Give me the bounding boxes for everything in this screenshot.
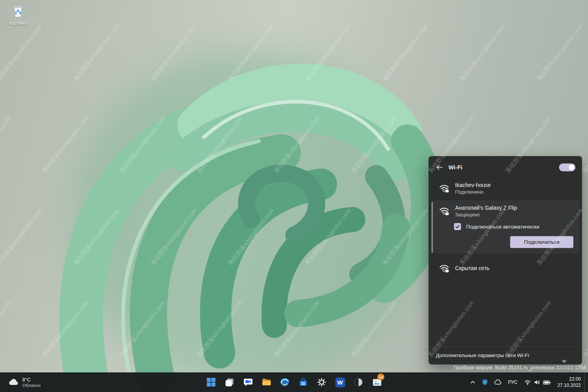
checkmark-icon [455,224,460,229]
battery-icon [543,378,551,386]
network-status: Подключено [455,189,491,195]
tray-overflow-button[interactable] [467,374,478,390]
scrollbar-thumb[interactable] [432,202,433,253]
windows-logo-icon [207,377,216,387]
contrast-icon [354,377,363,387]
tray-time: 22:00 [557,376,581,382]
wifi-secured-icon [439,263,449,273]
system-tray: РУС 22:00 27.10.2022 [467,372,586,392]
recycle-bin-label: Корзина [5,20,31,26]
store-icon [299,377,308,387]
network-galaxy-z-flip[interactable]: Анатолий's Galaxy Z Flip Защищено Подклю… [431,200,580,254]
wifi-flyout: Wi-Fi tkachev-house Подключено [428,156,582,365]
start-button[interactable] [203,374,219,391]
edge-button[interactable] [277,374,293,391]
auto-connect-checkbox[interactable] [454,223,461,230]
back-button[interactable] [433,161,446,174]
file-explorer-icon [261,378,271,387]
gear-icon [317,377,327,387]
file-explorer-button[interactable] [259,374,274,391]
recycle-bin[interactable]: Корзина [5,4,31,26]
task-view-icon [225,377,234,387]
auto-connect-label: Подключаться автоматически [466,224,539,230]
weather-temperature: 8°C [22,377,41,383]
weather-condition: Облачно [22,383,41,388]
network-name: Анатолий's Galaxy Z Flip [455,205,517,211]
clock[interactable]: 22:00 27.10.2022 [554,376,583,388]
taskbar: 8°C Облачно [0,372,588,392]
quick-settings-button[interactable] [521,374,554,390]
watermark-w: w [563,358,566,364]
auto-connect-row[interactable]: Подключаться автоматически [431,221,580,232]
task-view-button[interactable] [222,374,238,391]
notification-badge: 14 [377,374,385,380]
connect-button-row: Подключиться [431,232,580,250]
onedrive-button[interactable] [492,374,504,390]
security-shield-icon [481,379,488,386]
network-list: tkachev-house Подключено [429,178,582,347]
wifi-title: Wi-Fi [448,164,462,171]
chat-button[interactable] [240,374,256,391]
onedrive-cloud-icon [494,379,502,385]
settings-button[interactable] [314,374,330,391]
wifi-tray-icon [524,378,532,386]
network-name: tkachev-house [455,182,491,188]
screenshot-tool-button[interactable]: 14 [369,374,385,391]
language-indicator[interactable]: РУС [505,374,521,390]
toggle-knob [569,165,574,170]
windows-security-button[interactable] [479,374,491,390]
word-icon: W [335,377,345,387]
back-arrow-icon [436,163,443,171]
wifi-flyout-header: Wi-Fi [429,156,582,178]
build-watermark: Пробная версия. Build 25231.rs_prereleas… [454,365,586,370]
network-galaxy-z-flip-header[interactable]: Анатолий's Galaxy Z Flip Защищено [431,200,580,221]
wifi-secured-icon [439,206,449,216]
chevron-up-icon [470,379,476,385]
widgets-weather-button[interactable]: 8°C Облачно [4,372,45,392]
tray-date: 27.10.2022 [557,382,581,388]
edge-icon [280,377,290,387]
network-status: Защищено [455,212,517,218]
store-button[interactable] [296,374,311,391]
more-wifi-settings-link[interactable]: Дополнительные параметры сети Wi-Fi [429,347,582,364]
chat-icon [243,377,253,387]
network-hidden[interactable]: Скрытая сеть [429,258,582,279]
wifi-secured-icon [439,183,449,193]
network-tkachev-house[interactable]: tkachev-house Подключено [429,178,582,199]
taskbar-app-icons: W 14 [203,372,385,392]
contrast-app-button[interactable] [351,374,367,391]
recycle-bin-icon [11,4,25,18]
connect-button[interactable]: Подключиться [510,236,573,248]
show-desktop-button[interactable] [584,372,586,392]
volume-icon [533,378,541,386]
network-name: Скрытая сеть [455,265,490,271]
wifi-toggle[interactable] [559,163,575,171]
word-button[interactable]: W [332,374,348,391]
weather-cloud-icon [8,378,19,387]
